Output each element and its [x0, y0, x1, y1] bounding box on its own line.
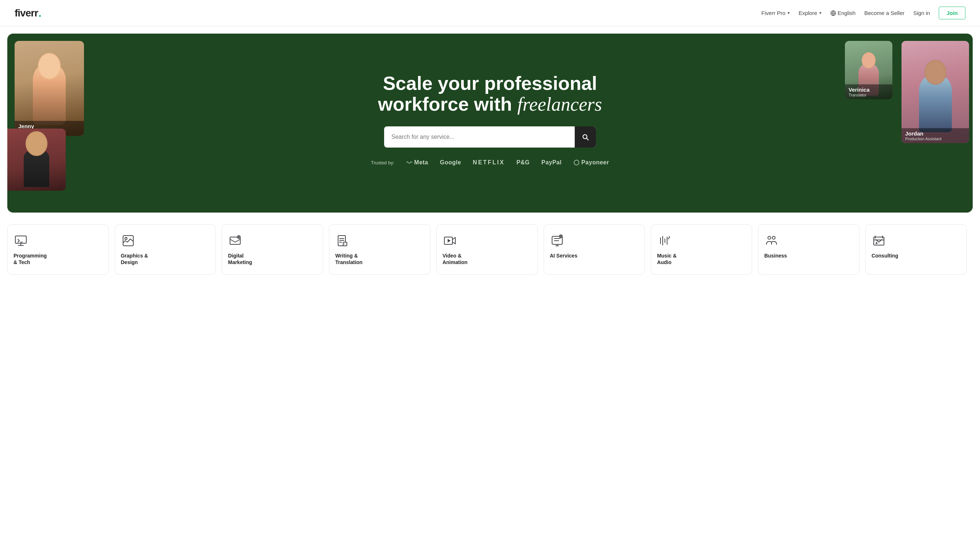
svg-point-8	[125, 238, 127, 240]
music-label: Music &Audio	[657, 252, 676, 266]
ai-label: AI Services	[550, 252, 578, 259]
verinica-role: Translator	[848, 93, 889, 97]
graphics-label: Graphics &Design	[121, 252, 148, 266]
payoneer-logo: Payoneer	[573, 159, 609, 166]
hero-content: Scale your professional workforce with f…	[371, 73, 609, 166]
logo[interactable]: fiverr.	[14, 6, 41, 20]
svg-marker-20	[452, 238, 455, 244]
music-icon	[657, 233, 671, 248]
navbar: fiverr. Fiverr Pro ▾ Explore ▾ English B…	[0, 0, 980, 26]
video-label: Video &Animation	[442, 252, 467, 266]
fiverr-pro-chevron-icon: ▾	[788, 11, 790, 15]
verinica-card: Verinica Translator	[845, 41, 892, 99]
categories-grid: Programming& Tech Graphics &Design	[7, 224, 973, 277]
jordan-label: Jordan Production Assistant	[902, 128, 969, 143]
ai-icon	[550, 233, 565, 248]
svg-rect-7	[123, 236, 133, 246]
language-link[interactable]: English	[830, 10, 856, 16]
signin-link[interactable]: Sign in	[913, 10, 930, 16]
category-card-video[interactable]: Video &Animation	[436, 224, 538, 275]
video-icon	[442, 233, 457, 248]
guy-card	[7, 129, 66, 191]
categories-section: Programming& Tech Graphics &Design	[0, 213, 980, 289]
meta-logo: Meta	[406, 159, 428, 166]
writing-icon: A	[335, 233, 350, 248]
category-card-ai[interactable]: AI Services	[544, 224, 645, 275]
category-card-writing[interactable]: A Writing &Translation	[329, 224, 431, 275]
jordan-figure	[902, 41, 969, 143]
google-logo: Google	[440, 159, 461, 166]
writing-label: Writing &Translation	[335, 252, 363, 266]
navbar-right: Fiverr Pro ▾ Explore ▾ English Become a …	[761, 6, 966, 19]
join-button[interactable]: Join	[939, 6, 966, 19]
graphics-icon	[121, 233, 135, 248]
search-icon	[581, 133, 589, 141]
netflix-logo: NETFLIX	[473, 159, 505, 166]
category-card-graphics[interactable]: Graphics &Design	[115, 224, 216, 275]
svg-point-2	[574, 160, 579, 165]
hero-section: Jenny Voiceover & Singer Verinica Transl…	[7, 33, 973, 213]
jenny-card: Jenny Voiceover & Singer	[14, 41, 84, 136]
consulting-label: Consulting	[872, 252, 898, 259]
search-bar	[384, 126, 596, 148]
hero-title: Scale your professional workforce with f…	[371, 73, 609, 115]
paypal-logo: PayPal	[541, 159, 562, 166]
business-icon	[764, 233, 779, 248]
business-label: Business	[764, 252, 787, 259]
logo-text: fiverr	[14, 7, 38, 19]
category-card-business[interactable]: Business	[758, 224, 859, 275]
become-seller-link[interactable]: Become a Seller	[864, 10, 904, 16]
svg-point-35	[772, 236, 775, 239]
globe-icon	[830, 10, 836, 16]
explore-link[interactable]: Explore ▾	[799, 10, 821, 16]
svg-text:A: A	[344, 243, 345, 245]
consulting-icon	[872, 233, 886, 248]
category-card-consulting[interactable]: Consulting	[865, 224, 967, 275]
search-input[interactable]	[384, 126, 575, 148]
payoneer-icon	[573, 159, 580, 166]
svg-marker-21	[448, 239, 450, 242]
category-card-programming[interactable]: Programming& Tech	[7, 224, 109, 275]
jordan-role: Production Assistant	[905, 137, 966, 141]
fiverr-pro-link[interactable]: Fiverr Pro ▾	[761, 10, 790, 16]
verinica-name: Verinica	[848, 86, 889, 93]
jordan-name: Jordan	[905, 131, 966, 137]
programming-label: Programming& Tech	[14, 252, 47, 266]
meta-icon	[406, 159, 413, 166]
navbar-left: fiverr.	[14, 6, 41, 20]
verinica-label: Verinica Translator	[845, 84, 892, 99]
trusted-row: Trusted by: Meta Google NETFLIX P&G PayP…	[371, 159, 609, 166]
category-card-music[interactable]: Music &Audio	[651, 224, 752, 275]
guy-figure	[7, 129, 66, 191]
logo-dot: .	[38, 6, 41, 20]
svg-point-34	[768, 236, 771, 239]
jordan-card: Jordan Production Assistant	[902, 41, 969, 143]
programming-icon	[14, 233, 28, 248]
search-button[interactable]	[575, 126, 596, 148]
pg-logo: P&G	[517, 159, 530, 166]
category-card-digital-marketing[interactable]: DigitalMarketing	[222, 224, 323, 275]
digital-marketing-label: DigitalMarketing	[228, 252, 252, 266]
explore-chevron-icon: ▾	[819, 11, 821, 15]
digital-marketing-icon	[228, 233, 242, 248]
trusted-label: Trusted by:	[371, 160, 395, 166]
